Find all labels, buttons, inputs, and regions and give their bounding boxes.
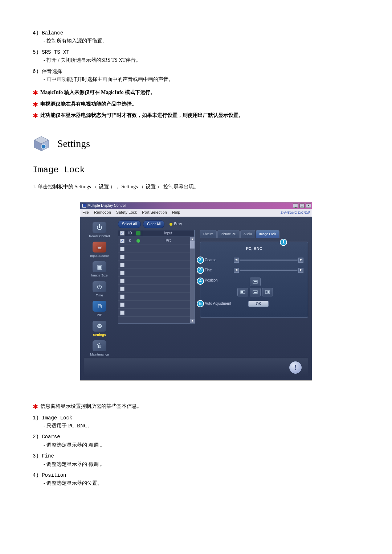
grid-row-empty bbox=[118, 285, 195, 293]
star-icon: ✱ bbox=[33, 100, 38, 109]
row-checkbox[interactable]: ✓ bbox=[120, 239, 124, 243]
sidebar-item-input[interactable]: 🖴Input Source bbox=[85, 241, 114, 259]
grid-row-empty bbox=[118, 277, 195, 285]
tab-audio[interactable]: Audio bbox=[240, 230, 255, 238]
menu-help[interactable]: Help bbox=[172, 209, 180, 216]
note-text: 电视源仅能在具有电视功能的产品中选择。 bbox=[40, 100, 137, 108]
item-title: Position bbox=[42, 472, 66, 478]
row-checkbox[interactable] bbox=[120, 295, 124, 299]
center-panel: Select All Clear All Busy ✓ ID Input ✓ 0 bbox=[118, 221, 195, 358]
scroll-up-icon[interactable]: ▲ bbox=[190, 237, 195, 241]
menu-file[interactable]: File bbox=[82, 209, 89, 216]
right-panel: 1 Picture Picture PC Audio Image Lock PC… bbox=[198, 230, 308, 358]
col-id[interactable]: ID bbox=[126, 230, 134, 237]
item-desc: - 画中画功能打开时选择主画面中的声音或画中画的声音。 bbox=[44, 75, 359, 83]
row-checkbox[interactable] bbox=[120, 303, 124, 307]
col-check[interactable]: ✓ bbox=[118, 230, 126, 237]
item-num: 4) bbox=[33, 472, 39, 478]
slider-track[interactable] bbox=[240, 270, 298, 271]
minimize-button[interactable]: _ bbox=[293, 204, 298, 208]
maximize-button[interactable]: □ bbox=[299, 204, 305, 208]
bottom-item-2: 2) Coarse - 调整选定显示器的 粗调 。 bbox=[33, 433, 359, 449]
col-input[interactable]: Input bbox=[142, 230, 195, 237]
close-button[interactable]: × bbox=[306, 204, 311, 208]
pos-down-button[interactable] bbox=[250, 288, 261, 296]
tab-image-lock[interactable]: Image Lock bbox=[256, 230, 279, 238]
imagesize-icon: ▣ bbox=[93, 261, 106, 272]
auto-row: 5 Auto Adjustment OK bbox=[205, 301, 303, 307]
row-checkbox[interactable] bbox=[120, 255, 124, 259]
settings-header: Settings bbox=[33, 135, 359, 152]
auto-label: Auto Adjustment bbox=[205, 301, 241, 307]
slider-right-icon[interactable]: ▶ bbox=[298, 268, 303, 273]
scroll-thumb[interactable] bbox=[190, 241, 195, 249]
titlebar[interactable]: Multiple Display Control _ □ × bbox=[80, 202, 312, 209]
sidebar-item-time[interactable]: ◷Time bbox=[85, 280, 114, 299]
item-desc: - 只适用于 PC, BNC。 bbox=[44, 422, 359, 430]
app-window: Multiple Display Control _ □ × File Remo… bbox=[80, 202, 312, 381]
image-lock-panel: PC, BNC 2 Coarse ◀ ▶ 3 Fine bbox=[200, 242, 308, 318]
bottom-item-1: 1) Image Lock - 只适用于 PC, BNC。 bbox=[33, 414, 359, 430]
position-row: 4 Position bbox=[205, 278, 303, 296]
status-dot-icon bbox=[136, 239, 140, 243]
slider-track[interactable] bbox=[240, 259, 298, 261]
row-checkbox[interactable] bbox=[120, 247, 124, 251]
grid-row-empty bbox=[118, 253, 195, 261]
grid-row-empty bbox=[118, 261, 195, 269]
instruction-1: 1. 单击控制板中的 Settings （ 设置 ）， Settings （ 设… bbox=[33, 183, 359, 191]
grid-row-empty bbox=[118, 301, 195, 309]
sidebar-item-pip[interactable]: ⧉PIP bbox=[85, 300, 114, 318]
col-recycle[interactable] bbox=[134, 230, 142, 237]
item-title: Balance bbox=[42, 30, 63, 36]
menu-remocon[interactable]: Remocon bbox=[94, 209, 111, 216]
row-checkbox[interactable] bbox=[120, 279, 124, 283]
badge-2: 2 bbox=[197, 257, 204, 264]
tab-picture[interactable]: Picture bbox=[200, 230, 217, 238]
info-icon[interactable]: ! bbox=[289, 361, 302, 374]
sidebar-label: Settings bbox=[85, 332, 114, 337]
menu-safetylock[interactable]: Safety Lock bbox=[116, 209, 137, 216]
bottom-item-4: 4) Position - 调整选定显示器的位置。 bbox=[33, 471, 359, 488]
bottom-item-3: 3) Fine - 调整选定显示器的 微调 。 bbox=[33, 452, 359, 468]
row-checkbox[interactable] bbox=[120, 287, 124, 291]
slider-right-icon[interactable]: ▶ bbox=[298, 258, 303, 263]
sidebar-label: Power Control bbox=[85, 234, 114, 239]
row-checkbox[interactable] bbox=[120, 271, 124, 275]
note-power: ✱此功能仅在显示器电源状态为“开”时才有效，如果未进行设置，则使用出厂默认显示设… bbox=[33, 111, 359, 120]
window-controls: _ □ × bbox=[293, 203, 311, 209]
sidebar-item-power[interactable]: ⏻Power Control bbox=[85, 221, 114, 239]
grid-row-empty bbox=[118, 245, 195, 253]
slider-left-icon[interactable]: ◀ bbox=[234, 268, 239, 273]
coarse-slider[interactable]: ◀ ▶ bbox=[234, 258, 303, 263]
sidebar-item-imagesize[interactable]: ▣Image Size bbox=[85, 260, 114, 279]
grid-row-0[interactable]: ✓ 0 PC bbox=[118, 237, 195, 245]
tabs: Picture Picture PC Audio Image Lock bbox=[200, 230, 308, 238]
menu-portselection[interactable]: Port Selection bbox=[142, 209, 167, 216]
fine-slider[interactable]: ◀ ▶ bbox=[234, 268, 303, 273]
slider-left-icon[interactable]: ◀ bbox=[234, 258, 239, 263]
badge-4: 4 bbox=[197, 278, 204, 285]
ok-button[interactable]: OK bbox=[248, 301, 269, 307]
note-tv: ✱电视源仅能在具有电视功能的产品中选择。 bbox=[33, 100, 359, 109]
sidebar-item-maintenance[interactable]: 🗑Maintenance bbox=[85, 340, 114, 358]
pos-left-button[interactable] bbox=[237, 288, 248, 296]
row-checkbox[interactable] bbox=[120, 311, 124, 315]
settings-heading: Settings bbox=[57, 136, 90, 152]
item-title: SRS TS XT bbox=[42, 49, 69, 55]
grid-row-empty bbox=[118, 269, 195, 277]
scroll-down-icon[interactable]: ▼ bbox=[190, 319, 195, 323]
pos-up-button[interactable] bbox=[250, 278, 261, 286]
tab-picture-pc[interactable]: Picture PC bbox=[217, 230, 240, 238]
row-checkbox[interactable] bbox=[120, 263, 124, 267]
busy-indicator: Busy bbox=[170, 221, 182, 227]
sidebar-item-settings[interactable]: ⚙Settings bbox=[85, 320, 114, 338]
pos-right-button[interactable] bbox=[262, 288, 273, 296]
sidebar-label: Maintenance bbox=[85, 352, 114, 357]
grid-scrollbar[interactable]: ▲ ▼ bbox=[190, 237, 195, 323]
star-icon: ✱ bbox=[33, 89, 38, 98]
pip-icon: ⧉ bbox=[93, 301, 106, 312]
grid-row-empty bbox=[118, 293, 195, 301]
clear-all-button[interactable]: Clear All bbox=[143, 220, 164, 228]
badge-1: 1 bbox=[280, 239, 287, 246]
select-all-button[interactable]: Select All bbox=[118, 220, 141, 228]
